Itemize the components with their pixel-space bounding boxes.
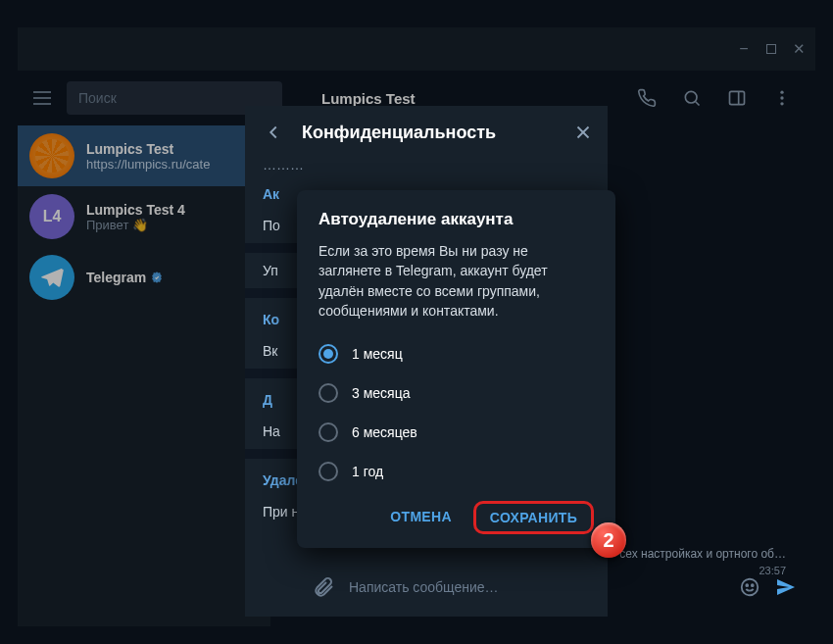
chat-list-item[interactable]: Lumpics Test https://lumpics.ru/cate [18, 125, 270, 186]
radio-option-3-months[interactable]: 3 месяца [318, 373, 594, 413]
svg-point-11 [752, 584, 754, 586]
chat-header-title: Lumpics Test [282, 90, 637, 107]
radio-option-1-month[interactable]: 1 месяц [318, 334, 594, 373]
radio-option-1-year[interactable]: 1 год [318, 452, 594, 491]
window-maximize-button[interactable] [766, 44, 776, 54]
panel-text-truncated: ……… [263, 157, 590, 173]
chat-name: Lumpics Test 4 [86, 202, 185, 218]
message-input[interactable]: Написать сообщение… [349, 579, 725, 595]
emoji-icon[interactable] [739, 576, 760, 598]
dialog-description: Если за это время Вы ни разу не заглянет… [318, 241, 594, 321]
radio-icon [318, 383, 338, 403]
verified-icon [150, 271, 164, 284]
chat-list-item[interactable]: L4 Lumpics Test 4 Привет 👋 [18, 186, 270, 247]
annotation-badge-2: 2 [591, 522, 626, 558]
message-composer: Написать сообщение… [312, 568, 798, 607]
attach-icon[interactable] [312, 575, 335, 599]
radio-icon [318, 422, 338, 442]
avatar [29, 133, 74, 178]
back-arrow-icon[interactable] [263, 122, 284, 143]
svg-rect-2 [730, 91, 745, 104]
radio-label: 6 месяцев [352, 424, 417, 440]
chat-name: Telegram [86, 270, 164, 285]
radio-label: 1 год [352, 464, 383, 479]
autodelete-dialog: Автоудаление аккаунта Если за это время … [297, 190, 615, 548]
svg-line-1 [696, 102, 700, 106]
send-icon[interactable] [774, 575, 798, 599]
more-icon[interactable] [772, 88, 792, 108]
chat-list: Lumpics Test https://lumpics.ru/cate L4 … [18, 125, 270, 626]
svg-point-6 [780, 102, 783, 105]
chat-preview: https://lumpics.ru/cate [86, 157, 210, 172]
chat-name: Lumpics Test [86, 141, 210, 157]
avatar [29, 255, 74, 300]
radio-option-6-months[interactable]: 6 месяцев [318, 413, 594, 452]
avatar: L4 [29, 194, 74, 239]
close-icon[interactable] [572, 122, 594, 143]
chat-preview: Привет 👋 [86, 218, 185, 232]
svg-point-4 [780, 91, 783, 94]
cancel-button[interactable]: ОТМЕНА [376, 501, 465, 534]
dialog-title: Автоудаление аккаунта [318, 210, 594, 229]
radio-icon [318, 462, 338, 481]
panel-title: Конфиденциальность [302, 123, 555, 143]
radio-label: 1 месяц [352, 346, 403, 362]
window-titlebar: − ✕ [18, 27, 815, 71]
window-minimize-button[interactable]: − [737, 42, 751, 56]
telegram-logo-icon [39, 265, 65, 290]
radio-label: 3 месяца [352, 385, 410, 401]
menu-button[interactable] [18, 91, 67, 105]
chat-list-item[interactable]: Telegram [18, 247, 270, 308]
svg-point-9 [742, 579, 759, 596]
save-button[interactable]: СОХРАНИТЬ [473, 501, 594, 534]
window-close-button[interactable]: ✕ [792, 42, 806, 56]
sidebar-toggle-icon[interactable] [727, 88, 747, 108]
svg-point-5 [780, 96, 783, 99]
phone-icon[interactable] [637, 88, 657, 108]
search-icon[interactable] [682, 88, 702, 108]
svg-point-10 [746, 584, 748, 586]
radio-icon [318, 344, 338, 364]
svg-point-0 [685, 91, 697, 103]
